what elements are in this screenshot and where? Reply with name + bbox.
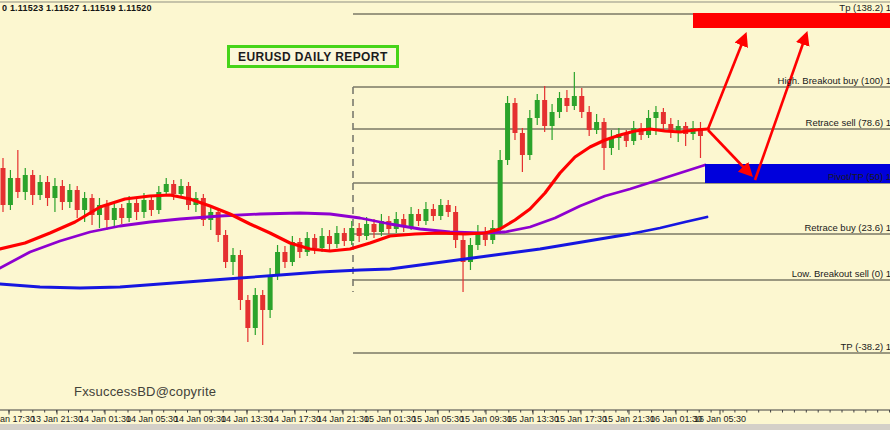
candle-body — [498, 160, 503, 228]
candle-body — [349, 228, 354, 241]
candle-body — [282, 252, 287, 262]
time-axis-label: 14 Jan 09:30 — [174, 414, 226, 424]
candlestick-series — [1, 72, 703, 345]
fib-level-label: Tp (138.2) 1.1 — [839, 2, 890, 13]
candle-body — [342, 233, 347, 241]
candle-body — [127, 203, 132, 218]
candle-body — [542, 100, 547, 126]
candle-body — [423, 209, 428, 221]
candle-body — [149, 200, 154, 210]
candle-body — [312, 238, 317, 248]
candle-body — [579, 96, 584, 112]
candle-body — [431, 209, 436, 216]
candle-body — [8, 178, 13, 205]
time-axis-label: 14 Jan 21:30 — [317, 414, 369, 424]
candle-body — [505, 103, 510, 160]
candle-body — [550, 112, 555, 126]
fib-level-label: TP (-38.2) 1.1 — [841, 341, 890, 352]
fib-level-label: Retrace sell (78.6) 1.1 — [806, 117, 890, 128]
time-axis-label: 16 Jan 05:30 — [694, 414, 746, 424]
candle-body — [653, 112, 658, 118]
candle-body — [45, 182, 50, 198]
candle-body — [557, 98, 562, 112]
candle-body — [260, 295, 265, 310]
candle-body — [164, 184, 169, 192]
candle-body — [1, 168, 6, 205]
candle-body — [572, 96, 577, 106]
candle-body — [446, 205, 451, 212]
price-chart-canvas[interactable]: Tp (138.2) 1.1High. Breakout buy (100) 1… — [0, 0, 890, 430]
candle-body — [364, 224, 369, 236]
fib-level-label: Low. Breakout sell (0) 1.1 — [792, 268, 890, 279]
candle-body — [186, 186, 191, 205]
candle-body — [564, 98, 569, 106]
candle-body — [119, 208, 124, 218]
candle-body — [438, 205, 443, 216]
candle-body — [253, 295, 258, 328]
report-title-label: EURUSD DAILY REPORT — [238, 50, 388, 64]
candle-body — [23, 175, 28, 192]
candle-body — [30, 175, 35, 195]
candle-body — [82, 198, 87, 210]
time-axis-label: 15 Jan 17:30 — [555, 414, 607, 424]
candle-body — [327, 236, 332, 244]
tp-target-box — [693, 13, 890, 28]
candle-body — [38, 182, 43, 195]
time-axis-label: 15 Jan 21:30 — [603, 414, 655, 424]
time-axis-label: 15 Jan 01:30 — [364, 414, 416, 424]
candle-body — [141, 200, 146, 212]
candle-body — [15, 178, 20, 192]
time-axis-label: 14 Jan 05:30 — [126, 414, 178, 424]
time-axis-label: 13 Jan 21:30 — [31, 414, 83, 424]
candle-body — [320, 236, 325, 248]
report-title-badge: EURUSD DAILY REPORT — [227, 45, 399, 68]
candle-body — [223, 235, 228, 262]
candle-body — [661, 112, 666, 124]
candle-body — [245, 300, 250, 328]
candle-body — [171, 184, 176, 194]
candle-body — [60, 186, 65, 202]
candle-body — [535, 100, 540, 118]
fib-level-label: High. Breakout buy (100) 1.1 — [778, 75, 890, 86]
candle-body — [104, 205, 109, 220]
candle-body — [52, 186, 57, 198]
projection-arrow — [755, 35, 806, 180]
candle-body — [75, 190, 80, 210]
time-axis-label: 14 Jan 13:30 — [221, 414, 273, 424]
candle-body — [357, 228, 362, 236]
candle-body — [268, 275, 273, 310]
candle-body — [416, 214, 421, 221]
candle-body — [594, 122, 599, 130]
time-axis-label: 15 Jan 13:30 — [507, 414, 559, 424]
watermark-text: FxsuccessBD@copyrite — [74, 384, 216, 399]
candle-body — [512, 103, 517, 133]
candle-body — [231, 255, 236, 262]
candle-body — [453, 212, 458, 240]
time-axis-label: 14 Jan 17:30 — [269, 414, 321, 424]
candle-body — [602, 122, 607, 148]
trading-chart-window: Tp (138.2) 1.1High. Breakout buy (100) 1… — [0, 0, 890, 430]
candle-body — [334, 233, 339, 244]
candle-body — [409, 214, 414, 227]
fib-level-label: Pivot/TP (50) 1.1 — [828, 171, 890, 182]
candle-body — [67, 190, 72, 202]
time-axis-label: 14 Jan 01:30 — [79, 414, 131, 424]
time-axis-label: 13 Jan 17:30 — [0, 414, 35, 424]
projection-arrow — [708, 36, 745, 129]
candle-body — [134, 203, 139, 212]
candle-body — [112, 208, 117, 220]
time-axis-label: 15 Jan 09:30 — [460, 414, 512, 424]
candle-body — [520, 133, 525, 155]
window-bottom-edge — [0, 424, 890, 430]
candle-body — [587, 112, 592, 130]
candle-body — [646, 118, 651, 135]
fib-level-label: Retrace buy (23.6) 1.1 — [804, 222, 890, 233]
candle-body — [527, 118, 532, 155]
ohlc-quote-readout: 0 1.11523 1.11527 1.11519 1.11520 — [2, 3, 152, 13]
candle-body — [179, 186, 184, 194]
candle-body — [275, 252, 280, 275]
time-axis-label: 15 Jan 05:30 — [412, 414, 464, 424]
candle-body — [372, 224, 377, 232]
